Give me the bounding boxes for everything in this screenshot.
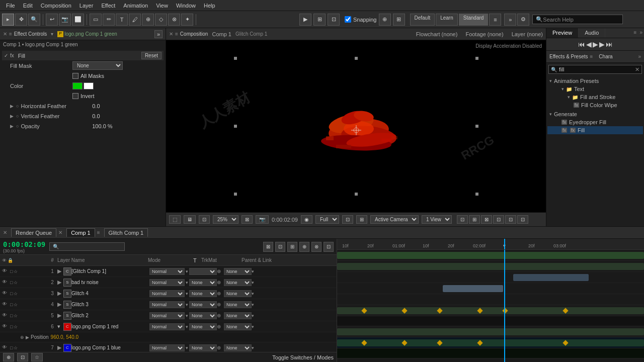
icon-btn-2[interactable]: ⊞: [313, 14, 326, 26]
tl-close-icon[interactable]: ✕: [3, 230, 7, 235]
footage-link[interactable]: Footage (none): [465, 31, 503, 37]
layer-2-eye[interactable]: 👁: [2, 279, 9, 286]
layer-6-eye[interactable]: 👁: [2, 323, 9, 330]
rect-tool[interactable]: ▭: [90, 14, 102, 26]
tl-close-comp[interactable]: ✕: [58, 230, 62, 235]
close-icon[interactable]: ✕: [3, 31, 7, 37]
layer-row-5[interactable]: 👁 □ ☆ 5 ▶ S Glitch 2 Normal ▾ None ⊕ Non…: [0, 310, 337, 321]
fill-section-header[interactable]: ✓ fx Fill Reset: [2, 51, 164, 60]
layer-3-lock[interactable]: □: [10, 291, 13, 296]
view-options-3[interactable]: ⊠: [481, 215, 492, 224]
workspace-default[interactable]: Default: [410, 14, 435, 26]
go-to-end-btn[interactable]: ⏭: [606, 40, 613, 48]
viewer-comp-btn[interactable]: 🖥: [184, 215, 196, 224]
render-queue-tab[interactable]: Render Queue: [11, 228, 56, 237]
text-item[interactable]: ▾ 📁 Text: [547, 85, 643, 93]
opacity-value[interactable]: 100.0 %: [92, 123, 162, 129]
tl-btn-4[interactable]: ⊕: [299, 242, 309, 252]
viewer-pixel-btn[interactable]: ⊡: [199, 215, 210, 224]
layer-6-expand[interactable]: ▾: [57, 323, 63, 330]
layer-2-expand[interactable]: ▶: [57, 279, 63, 286]
layer-3-trkmat[interactable]: None: [189, 290, 217, 297]
v-feather-expand[interactable]: ▶: [10, 114, 14, 119]
tl-bottom-btn-1[interactable]: ⊕: [3, 353, 14, 361]
comp-tab-active[interactable]: Comp 1: [212, 31, 231, 37]
layer-2-mode[interactable]: Normal: [149, 279, 185, 286]
expand-panels[interactable]: »: [504, 14, 516, 26]
view-options-2[interactable]: ⊞: [469, 215, 480, 224]
layer-4-eye[interactable]: 👁: [2, 301, 9, 308]
snapping-checkbox[interactable]: [345, 16, 351, 23]
layer-1-solo[interactable]: ☆: [14, 269, 18, 274]
panel-menu-icon[interactable]: ≡: [9, 31, 12, 37]
zoom-select[interactable]: 25%: [213, 215, 238, 224]
menu-window[interactable]: Window: [172, 2, 200, 10]
search-clear-icon[interactable]: ✕: [635, 66, 641, 73]
layer-1-expand[interactable]: ▶: [57, 268, 63, 275]
layer-1-eye[interactable]: 👁: [2, 268, 9, 275]
tl-btn-6[interactable]: ⊡: [324, 242, 334, 252]
layer-5-solo[interactable]: ☆: [14, 313, 18, 318]
menu-view[interactable]: View: [152, 2, 172, 10]
panel-options-icon[interactable]: ▾: [51, 31, 53, 37]
capture-btn[interactable]: 📷: [256, 215, 269, 224]
layer-row-1[interactable]: 👁 □ ☆ 1 ▶ C [Glitch Comp 1] Normal ▾ ⊕ N…: [0, 266, 337, 277]
layer-5-expand[interactable]: ▶: [57, 312, 63, 319]
layer-2-solo[interactable]: ☆: [14, 280, 18, 285]
menu-effect[interactable]: Effect: [97, 2, 119, 10]
brush-tool[interactable]: 🖊: [129, 14, 141, 26]
layer-4-solo[interactable]: ☆: [14, 302, 18, 307]
icon-btn-1[interactable]: ▶: [299, 14, 311, 26]
workspace-learn[interactable]: Learn: [436, 14, 458, 26]
quality-select[interactable]: Full: [315, 215, 339, 224]
layer-4-mode[interactable]: Normal: [149, 301, 185, 308]
layer-2-lock[interactable]: □: [10, 280, 13, 285]
layer-row-6[interactable]: 👁 □ ☆ 6 ▾ C logo.png Comp 1 red Normal ▾…: [0, 321, 337, 332]
eraser-tool[interactable]: ◇: [155, 14, 167, 26]
effects-expand[interactable]: »: [638, 54, 641, 59]
toggle-switches-btn[interactable]: Toggle Switches / Modes: [272, 354, 334, 360]
tl-btn-2[interactable]: ⊡: [275, 242, 285, 252]
go-to-start-btn[interactable]: ⏮: [578, 40, 585, 48]
tl-bottom-btn-3[interactable]: ☆: [31, 353, 43, 361]
layer-6-lock[interactable]: □: [10, 324, 13, 329]
menu-file[interactable]: File: [2, 2, 19, 10]
layer-4-trkmat[interactable]: None: [189, 301, 217, 308]
flowchart-link[interactable]: Flowchart (none): [416, 31, 458, 37]
layer-link[interactable]: Layer (none): [512, 31, 543, 37]
reset-button[interactable]: Reset: [141, 52, 162, 59]
timeline-search-input[interactable]: [49, 242, 125, 251]
view-options-1[interactable]: ⊡: [457, 215, 468, 224]
tl-menu-comp[interactable]: ≡: [97, 230, 100, 235]
layer-6-pos-value[interactable]: 960.0, 540.0: [51, 334, 79, 340]
glitch-comp-tab[interactable]: Glitch Comp 1: [104, 228, 148, 237]
workspace-menu[interactable]: ≡: [489, 14, 501, 26]
mask-tool[interactable]: ⬜: [72, 14, 84, 26]
settings-btn[interactable]: ⚙: [517, 14, 529, 26]
tl-btn-1[interactable]: ⊠: [263, 242, 273, 252]
layer-4-parent[interactable]: None: [224, 301, 252, 308]
shape-tool[interactable]: ✦: [181, 14, 193, 26]
undo-tool[interactable]: ↩: [46, 14, 58, 26]
zoom-tool[interactable]: 🔍: [28, 14, 40, 26]
tl-btn-5[interactable]: ⊗: [311, 242, 321, 252]
layer-7-parent[interactable]: None: [224, 344, 252, 351]
layer-row-3[interactable]: 👁 □ ☆ 3 ▶ S Glitch 4 Normal ▾ None ⊕ Non…: [0, 288, 337, 299]
quality-options[interactable]: ⊡: [342, 215, 353, 224]
effects-presets-menu[interactable]: ≡: [590, 54, 593, 59]
layer-3-mode[interactable]: Normal: [149, 290, 185, 297]
time-display[interactable]: 0:00:02:09: [3, 240, 45, 248]
text-tool[interactable]: T: [116, 14, 128, 26]
eyedropper-fill-item[interactable]: fx Eyedropper Fill: [547, 118, 643, 126]
view-options-5[interactable]: ⊡: [505, 215, 516, 224]
menu-composition[interactable]: Composition: [37, 2, 75, 10]
pen-tool[interactable]: ✏: [103, 14, 115, 26]
camera-tool[interactable]: 📷: [59, 14, 71, 26]
v-feather-value[interactable]: 0.0: [92, 113, 162, 119]
h-feather-value[interactable]: 0.0: [92, 103, 162, 109]
select-tool[interactable]: ▸: [2, 14, 14, 26]
layer-1-trkmat[interactable]: [189, 268, 217, 275]
fx-toggle-icon[interactable]: ✓: [4, 53, 8, 58]
invert-checkbox[interactable]: [72, 93, 78, 99]
layer-7-expand[interactable]: ▶: [57, 344, 63, 351]
